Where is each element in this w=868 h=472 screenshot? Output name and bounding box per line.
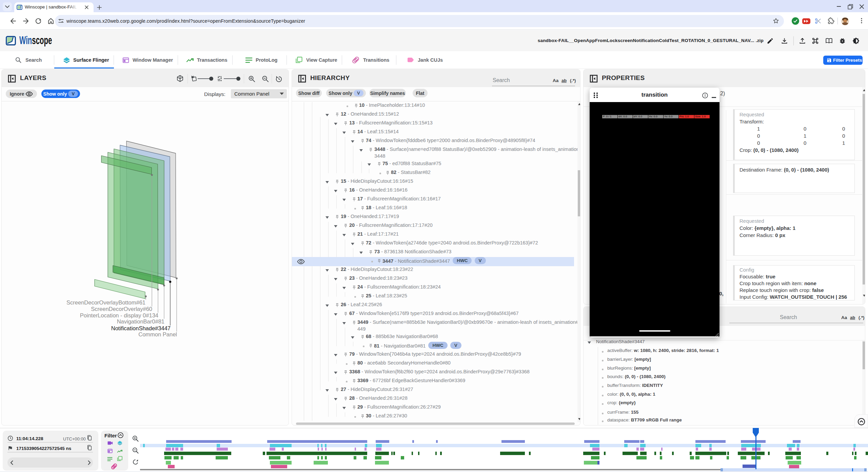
svg-text:PointerLocation - display 0#13: PointerLocation - display 0#134: [80, 312, 158, 318]
svg-text:ScreenDecorOverlayBottom#61: ScreenDecorOverlayBottom#61: [66, 299, 145, 306]
svg-text:NotificationShade#3447: NotificationShade#3447: [111, 325, 171, 331]
svg-text:Common Panel: Common Panel: [138, 331, 177, 337]
svg-text:ScreenDecorOverlay#60: ScreenDecorOverlay#60: [91, 306, 152, 312]
svg-text:NavigationBar0#81: NavigationBar0#81: [117, 318, 164, 324]
